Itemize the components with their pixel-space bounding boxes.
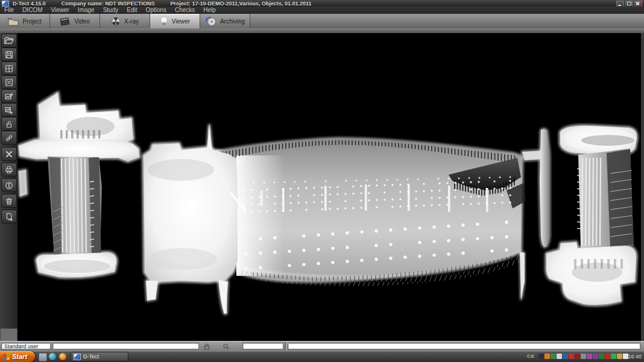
task-button-label: D-Tect xyxy=(83,354,99,360)
menu-study[interactable]: Study xyxy=(99,7,123,14)
menu-checks[interactable]: Checks xyxy=(171,7,199,14)
menu-viewer[interactable]: Viewer xyxy=(46,7,73,14)
xray-blade-right xyxy=(546,126,637,305)
tile-windows-button[interactable] xyxy=(1,61,17,75)
tab-archiving[interactable]: Archiving xyxy=(200,14,250,28)
menu-image[interactable]: Image xyxy=(74,7,99,14)
title-bar[interactable]: D-Tect 4.15.0 Company name: NDT INSPECTI… xyxy=(0,0,644,7)
recycle-bin-button[interactable] xyxy=(1,194,17,208)
save-button[interactable] xyxy=(1,48,17,61)
lightbulb-icon xyxy=(160,16,168,26)
archive-disc-icon xyxy=(205,16,216,26)
task-button-dtect[interactable]: D-Tect xyxy=(71,352,128,361)
zoom-icon[interactable] xyxy=(223,343,230,350)
unlock-button[interactable] xyxy=(1,117,17,131)
windows-flag-icon xyxy=(3,353,10,360)
menu-help[interactable]: Help xyxy=(199,7,220,14)
tab-label: Viewer xyxy=(172,18,190,25)
print-button[interactable] xyxy=(1,163,17,176)
tray-icon[interactable] xyxy=(617,354,622,359)
lock-icon[interactable] xyxy=(203,343,210,350)
tray-icon[interactable] xyxy=(569,354,574,359)
zoom-value-field xyxy=(242,343,283,349)
menu-file[interactable]: File xyxy=(0,7,18,14)
info-button[interactable] xyxy=(1,178,17,192)
project-name: Project: 17-10-DEMO-2011,Various, Object… xyxy=(170,1,311,7)
ce-mark: CE xyxy=(527,354,535,359)
radiation-icon xyxy=(111,17,121,26)
left-toolbar xyxy=(0,33,17,341)
tray-icon[interactable] xyxy=(593,354,598,359)
tab-xray[interactable]: X-ray xyxy=(100,14,150,28)
delete-button[interactable] xyxy=(1,147,17,161)
xray-blade-left xyxy=(19,93,139,278)
menu-edit[interactable]: Edit xyxy=(122,7,141,14)
status-info-field xyxy=(288,343,640,349)
user-level-field: Standard user xyxy=(1,343,51,349)
clapperboard-icon xyxy=(60,17,71,26)
quick-launch-firefox-icon[interactable] xyxy=(59,353,66,360)
tray-icon[interactable] xyxy=(611,354,616,359)
tray-icon[interactable] xyxy=(545,354,550,359)
close-window-button[interactable] xyxy=(1,75,17,89)
tray-icon[interactable] xyxy=(563,354,568,359)
tab-project[interactable]: Project xyxy=(0,14,50,28)
toolbar-strip xyxy=(0,28,644,33)
application-window: D-Tect 4.15.0 Company name: NDT INSPECTI… xyxy=(0,0,644,362)
xray-viewer-canvas[interactable] xyxy=(17,33,644,341)
tab-label: Project xyxy=(22,18,41,25)
tray-icon[interactable] xyxy=(581,354,586,359)
toolbar-footer xyxy=(0,328,17,342)
xray-image xyxy=(17,33,644,341)
ribbon-tab-bar: Project Video X-ray xyxy=(0,14,644,28)
tray-icon[interactable] xyxy=(575,354,580,359)
menu-options[interactable]: Options xyxy=(141,7,170,14)
xray-vane-center xyxy=(144,124,549,314)
tab-label: Archiving xyxy=(220,18,245,25)
taskbar-clock: 16:40 xyxy=(628,354,642,360)
workspace xyxy=(0,33,644,341)
quick-launch-app-icon[interactable] xyxy=(39,353,47,361)
tray-icon[interactable] xyxy=(557,354,562,359)
status-message-field xyxy=(52,343,199,349)
quick-launch-globe-icon[interactable] xyxy=(49,353,56,360)
export-image-button[interactable] xyxy=(1,103,17,117)
taskbar: Start D-Tect CE 16:40 xyxy=(0,351,644,362)
tray-icon[interactable] xyxy=(599,354,604,359)
tab-video[interactable]: Video xyxy=(50,14,100,28)
menu-dicom[interactable]: DICOM xyxy=(18,7,46,14)
link-button[interactable] xyxy=(1,131,17,145)
dtect-icon xyxy=(74,354,81,360)
tray-icon[interactable] xyxy=(551,354,556,359)
company-name: Company name: NDT INSPECTIONS xyxy=(62,1,155,7)
system-tray xyxy=(538,354,628,359)
tray-icon[interactable] xyxy=(587,354,592,359)
folder-icon xyxy=(8,17,19,26)
app-icon xyxy=(2,1,9,7)
start-label: Start xyxy=(12,353,27,360)
start-button[interactable]: Start xyxy=(0,351,35,362)
window-title: D-Tect 4.15.0 xyxy=(13,1,46,7)
add-image-button[interactable] xyxy=(1,89,17,103)
status-bar: Standard user xyxy=(0,341,644,352)
open-folder-button[interactable] xyxy=(1,34,17,48)
status-divider xyxy=(285,342,286,351)
export-page-button[interactable] xyxy=(1,210,17,223)
tray-icon[interactable] xyxy=(538,354,544,359)
tab-label: X-ray xyxy=(124,18,139,25)
tab-viewer[interactable]: Viewer xyxy=(150,14,200,28)
canvas-right-edge xyxy=(641,33,644,341)
tab-label: Video xyxy=(74,18,89,25)
tray-icon[interactable] xyxy=(605,354,610,359)
